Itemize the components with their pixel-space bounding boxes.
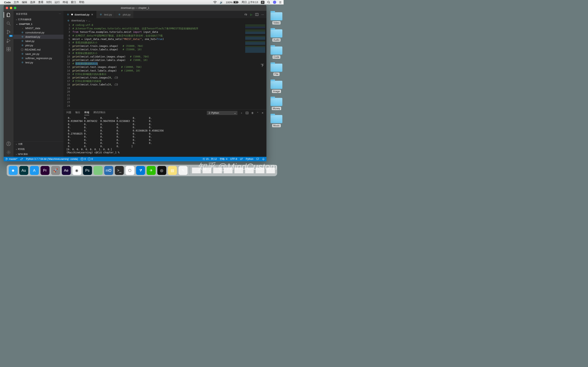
dock-app-notes[interactable]: ▤ bbox=[168, 166, 177, 175]
desktop-folder[interactable]: File bbox=[270, 64, 282, 76]
dock-app-audition[interactable]: Au bbox=[19, 166, 28, 175]
menubar-item[interactable]: 编辑 bbox=[22, 1, 27, 4]
panel-tab[interactable]: 调试控制台 bbox=[93, 111, 105, 115]
dock-minimized-window[interactable] bbox=[234, 167, 243, 174]
menubar-item[interactable]: 运行 bbox=[54, 1, 60, 4]
tree-file[interactable]: ⚙softmax_regression.py bbox=[13, 56, 63, 60]
tree-folder[interactable]: ›MNIST_data bbox=[13, 26, 63, 30]
window-titlebar[interactable]: download.py — chapter_1 bbox=[4, 5, 267, 11]
window-minimize-button[interactable] bbox=[10, 7, 12, 9]
cursor-position-status[interactable]: 行 15，列 12 bbox=[203, 157, 217, 161]
dock-app-green-circle[interactable] bbox=[94, 166, 103, 175]
battery-indicator[interactable]: 100% bbox=[226, 1, 239, 4]
menubar-item[interactable]: 转到 bbox=[46, 1, 52, 4]
open-editors-section[interactable]: › 打开的编辑器 bbox=[13, 17, 63, 22]
dock-app-wechat[interactable]: ✈ bbox=[147, 166, 156, 175]
desktop-folder[interactable]: Music bbox=[270, 115, 282, 127]
dock-app-terminal[interactable]: >_ bbox=[115, 166, 124, 175]
dock-app-chrome[interactable]: ◉ bbox=[72, 166, 81, 175]
editor-more-icon[interactable]: ⋯ bbox=[261, 13, 264, 16]
dock-minimized-window[interactable] bbox=[255, 167, 264, 174]
dock-minimized-window[interactable] bbox=[213, 167, 222, 174]
window-fullscreen-button[interactable] bbox=[14, 7, 16, 9]
git-branch-status[interactable]: master* bbox=[5, 158, 17, 160]
notification-center-icon[interactable]: ☰ bbox=[279, 1, 282, 4]
dock-minimized-window[interactable] bbox=[266, 167, 275, 174]
dock-minimized-window[interactable] bbox=[224, 167, 233, 174]
dock-app-premiere[interactable]: Pr bbox=[40, 166, 49, 175]
input-method-icon[interactable]: 拼 bbox=[261, 1, 264, 4]
dock-app-hex-yellow[interactable]: ⬡ bbox=[125, 166, 134, 175]
code-editor[interactable]: 123456789101112131415161718192021222324 … bbox=[63, 23, 267, 109]
language-mode-status[interactable]: Python bbox=[246, 158, 253, 160]
workspace-root[interactable]: ⌄ CHAPTER_1 bbox=[13, 22, 63, 26]
terminal-output[interactable]: 0. 0. 0. 0. 0. 0. 0.01960784 0.8078432 0… bbox=[63, 116, 267, 157]
sync-status[interactable] bbox=[20, 158, 23, 160]
desktop-folder[interactable]: Video bbox=[270, 12, 282, 25]
dock-app-finder[interactable]: ☻ bbox=[9, 166, 17, 175]
tree-file[interactable]: ⚙save_pic.py bbox=[13, 52, 63, 56]
macos-dock[interactable]: ☻AuAPr🚀Ae◉PsmƱ>_⬡⧩✈◎▤✎ bbox=[7, 165, 277, 176]
source-control-icon[interactable] bbox=[6, 30, 11, 34]
menubar-app-name[interactable]: Code bbox=[4, 1, 11, 4]
accounts-icon[interactable] bbox=[6, 141, 11, 146]
new-terminal-icon[interactable]: ＋ bbox=[240, 111, 243, 115]
breadcrumb-file[interactable]: download.py bbox=[71, 19, 85, 22]
compare-changes-icon[interactable] bbox=[244, 13, 247, 16]
volume-icon[interactable]: 🔊 bbox=[220, 1, 223, 4]
sidebar-section[interactable]: ›大纲 bbox=[13, 142, 63, 147]
tree-file[interactable]: ⚙download.py bbox=[13, 35, 63, 39]
window-close-button[interactable] bbox=[6, 7, 8, 9]
dock-app-textedit[interactable]: ✎ bbox=[178, 166, 187, 175]
split-terminal-icon[interactable] bbox=[246, 111, 249, 114]
dock-app-musescore[interactable]: mƱ bbox=[104, 166, 113, 175]
editor-tab[interactable]: ⚙test.py bbox=[96, 11, 115, 18]
tree-file[interactable]: ⚙label.py bbox=[13, 39, 63, 43]
dock-minimized-window[interactable] bbox=[192, 167, 201, 174]
run-debug-icon[interactable] bbox=[6, 38, 11, 43]
desktop-folder[interactable]: Image bbox=[270, 81, 282, 93]
menubar-item[interactable]: 终端 bbox=[63, 1, 68, 4]
desktop-folder[interactable]: Money bbox=[270, 98, 282, 110]
maximize-panel-icon[interactable]: ⌃ bbox=[257, 111, 259, 114]
kill-terminal-icon[interactable]: 🗑 bbox=[251, 111, 254, 114]
editor-tab[interactable]: ⚙plot.py bbox=[115, 11, 134, 18]
tree-file[interactable]: iREADME.md bbox=[13, 48, 63, 52]
dock-app-photoshop[interactable]: Ps bbox=[83, 166, 92, 175]
spotlight-icon[interactable] bbox=[267, 1, 270, 4]
desktop-folder[interactable]: Code bbox=[270, 47, 282, 59]
siri-icon[interactable] bbox=[273, 1, 276, 4]
indentation-status[interactable]: 空格: 4 bbox=[220, 157, 227, 161]
tree-file[interactable]: ⚙test.py bbox=[13, 60, 63, 65]
editor-tab[interactable]: ⚙download.py✕ bbox=[63, 11, 96, 18]
menubar-datetime[interactable]: 周日 上午8:13 bbox=[242, 0, 258, 4]
close-panel-icon[interactable]: ✕ bbox=[261, 111, 264, 114]
panel-tab[interactable]: 终端 bbox=[84, 111, 89, 115]
sidebar-section[interactable]: ›NPM 脚本 bbox=[13, 152, 63, 157]
split-editor-icon[interactable] bbox=[255, 13, 259, 16]
extensions-icon[interactable] bbox=[6, 47, 11, 52]
menubar-item[interactable]: 选择 bbox=[30, 1, 35, 4]
dock-minimized-window[interactable] bbox=[202, 167, 211, 174]
menubar-item[interactable]: 查看 bbox=[38, 1, 43, 4]
desktop-folder[interactable]: Audio bbox=[270, 29, 282, 42]
tree-file[interactable]: ⚙plot.py bbox=[13, 43, 63, 48]
dock-minimized-window[interactable] bbox=[245, 167, 254, 174]
notifications-icon[interactable] bbox=[262, 158, 265, 160]
menubar-item[interactable]: 文件 bbox=[14, 1, 19, 4]
encoding-status[interactable]: UTF-8 bbox=[230, 158, 237, 160]
tree-file[interactable]: ⚙convolutional.py bbox=[13, 30, 63, 35]
python-interpreter-status[interactable]: Python 3.7.7 64-bit ('MacchineLearning':… bbox=[26, 158, 78, 160]
wifi-icon[interactable] bbox=[213, 1, 217, 3]
menubar-item[interactable]: 窗口 bbox=[71, 1, 76, 4]
close-tab-icon[interactable]: ✕ bbox=[91, 13, 93, 16]
problems-status[interactable]: ✕0 !0 bbox=[81, 158, 93, 160]
sidebar-more-icon[interactable]: ⋯ bbox=[59, 13, 61, 15]
terminal-selector[interactable]: 2: Python ⌄ bbox=[207, 111, 237, 115]
eol-status[interactable]: LF bbox=[240, 158, 243, 160]
dock-app-launchpad[interactable]: 🚀 bbox=[51, 166, 60, 175]
dock-app-ollama[interactable]: ◎ bbox=[157, 166, 166, 175]
run-file-icon[interactable]: ▷ bbox=[250, 13, 252, 16]
breadcrumb[interactable]: ⚙ download.py › ... bbox=[63, 18, 267, 23]
dock-app-aftereffects[interactable]: Ae bbox=[62, 166, 71, 175]
